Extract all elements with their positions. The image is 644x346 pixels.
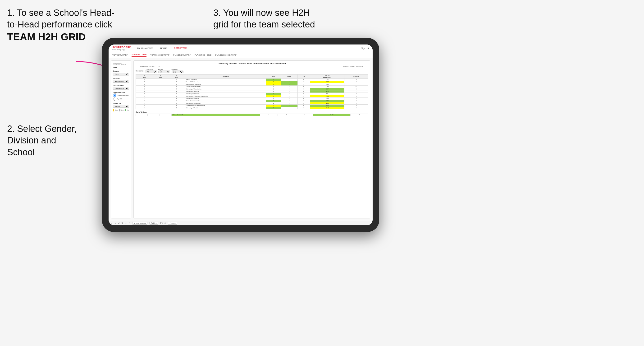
table-row: 123University of Virginia1002.333 <box>136 97 368 100</box>
table-row: 62Florida State University1201.8312 <box>136 85 368 88</box>
sidebar-gender-section: Gender Men's <box>113 70 129 75</box>
subnav-player-summary[interactable]: PLAYER SUMMARY <box>173 53 191 57</box>
sidebar-opponent-view-section: Opponent View Opponents Played Top 100 <box>113 92 129 101</box>
table-row: 154Georgia Institute of Technology0504.5… <box>136 104 368 107</box>
table-row: 82University of Washington1003.673 <box>136 88 368 90</box>
table-header-row: #Rank #Reg #Conf Opponent Win Loss Tie D… <box>136 74 368 78</box>
color-legend: Down Level Up <box>113 109 129 112</box>
subnav-team-summary[interactable]: TEAM SUMMARY <box>112 53 128 57</box>
grid-area: University of North Carolina Head-to-Hea… <box>134 60 370 218</box>
table-row: 32Vanderbilt University040-2.298 <box>136 81 368 83</box>
sign-out[interactable]: Sign out <box>361 47 369 49</box>
col-diff: Diff AvStrokes/Rnd <box>310 74 344 78</box>
tablet-frame: SCOREBOARD Powered by clippi TOURNAMENTS… <box>102 38 379 232</box>
annotation-2: 2. Select Gender, Division and School <box>7 123 100 158</box>
col-loss: Loss <box>281 74 298 78</box>
color-dot-down <box>113 109 114 112</box>
radio-opponents-played[interactable]: Opponents Played <box>113 94 129 97</box>
main-content: Last Updated: 27/03/2024 16:55:38 Team G… <box>108 58 372 221</box>
refresh-icon[interactable]: ↺ <box>118 222 120 224</box>
sidebar-colour-section: Colour by Win/loss Down Level Up <box>113 102 129 112</box>
sidebar-school-section: School (Rank) 1. University of Nort... <box>113 84 129 90</box>
table-row: 116University of Arkansas, Fayetteville0… <box>136 95 368 97</box>
sidebar-team-section: Team <box>113 67 129 68</box>
out-div-diff: 26.00 <box>313 114 350 116</box>
h2h-table: #Rank #Reg #Conf Opponent Win Loss Tie D… <box>136 74 368 109</box>
out-div-name: NCAA Division II <box>171 114 260 116</box>
col-rank: #Rank <box>136 74 153 78</box>
out-of-division-table: NCAA Division II 1 0 0 26.00 3 <box>136 114 368 116</box>
grid-title: University of North Carolina Head-to-Hea… <box>136 62 368 65</box>
opponent-view-radios: Opponents Played Top 100 <box>113 94 129 101</box>
conference-filter-select[interactable]: (All) <box>145 71 157 73</box>
nav-teams[interactable]: TEAMS <box>159 47 168 50</box>
opponent-filter-select[interactable]: (All) <box>172 71 184 73</box>
view-icon: 👁 <box>134 222 135 224</box>
watch-btn[interactable]: Watch ▾ <box>149 222 158 225</box>
col-tie: Tie <box>298 74 310 78</box>
cut-icon[interactable]: ✂ <box>125 222 126 224</box>
nav-committee[interactable]: COMMITTEE <box>173 46 188 50</box>
subnav-team-h2h-grid[interactable]: TEAM H2H GRID <box>132 53 146 57</box>
table-row: 142University of Oklahoma120-1.009 <box>136 102 368 104</box>
undo-icon[interactable]: ↩ <box>111 222 112 224</box>
col-opponent: Opponent <box>185 74 266 78</box>
grid-records: Overall Record: 89 - 17 - 0 Division Rec… <box>136 66 368 67</box>
filter-conference: Conference (All) <box>145 69 157 73</box>
subnav-player-h2h-heatmap[interactable]: PLAYER H2H HEATMAP <box>215 53 236 57</box>
bottom-toolbar: ↩ ↪ ↺ ⧉ ✂ ⏱ 👁 View: Original Watch ▾ 💬 ⊞… <box>108 221 372 225</box>
sidebar: Last Updated: 27/03/2024 16:55:38 Team G… <box>111 60 131 218</box>
table-row: 41Arizona State University0512.29 <box>136 83 368 85</box>
table-row: 131Texas Tech University3005.569 <box>136 100 368 102</box>
filter-row: Opponents: Conference (All) Region (All) <box>136 69 368 73</box>
region-filter-select[interactable]: (All) <box>158 71 170 73</box>
team-label: Team <box>113 67 129 68</box>
sub-nav: TEAM SUMMARY TEAM H2H GRID TEAM H2H HEAT… <box>108 52 372 58</box>
clock-icon[interactable]: ⏱ <box>128 222 130 224</box>
opponent-view-label: Opponent View <box>113 92 129 93</box>
logo: SCOREBOARD Powered by clippi <box>112 46 131 51</box>
colour-by-select[interactable]: Win/loss <box>113 105 129 108</box>
table-row: 93University of Arizona1009.002 <box>136 90 368 93</box>
layout-icon[interactable]: ⊞ <box>164 222 166 224</box>
col-rounds: Rounds <box>344 74 368 78</box>
color-dot-level <box>119 109 120 112</box>
division-select[interactable]: NCAA Division I <box>113 80 129 83</box>
filter-region: Region (All) <box>158 69 170 73</box>
out-of-division-row: NCAA Division II 1 0 0 26.00 3 <box>136 114 368 116</box>
redo-icon[interactable]: ↪ <box>114 222 116 224</box>
top-nav: SCOREBOARD Powered by clippi TOURNAMENTS… <box>108 44 372 52</box>
comment-icon[interactable]: 💬 <box>160 222 162 224</box>
table-row: 105University of Alabama3002.618 <box>136 93 368 95</box>
col-reg: #Reg <box>153 74 168 78</box>
gender-select[interactable]: Men's <box>113 73 129 75</box>
tablet-screen: SCOREBOARD Powered by clippi TOURNAMENTS… <box>108 44 372 225</box>
table-row: 21Auburn University2101.679 <box>136 78 368 81</box>
subnav-player-h2h-grid[interactable]: PLAYER H2H GRID <box>194 53 212 57</box>
share-icon: ↗ <box>170 222 171 224</box>
copy-icon[interactable]: ⧉ <box>122 222 123 224</box>
colour-by-label: Colour by <box>113 102 129 104</box>
out-div-loss: 0 <box>278 114 295 116</box>
col-conf: #Conf <box>168 74 185 78</box>
school-label: School (Rank) <box>113 84 129 86</box>
sidebar-division-section: Division NCAA Division I <box>113 77 129 83</box>
radio-top-100[interactable]: Top 100 <box>113 98 129 101</box>
school-select[interactable]: 1. University of Nort... <box>113 87 129 90</box>
sidebar-timestamp: Last Updated: 27/03/2024 16:55:38 <box>113 62 129 65</box>
out-div-win: 1 <box>260 114 278 116</box>
filter-opponent: Opponent (All) <box>172 69 184 73</box>
out-div-tie: 0 <box>295 114 313 116</box>
out-of-division-label: Out of division <box>136 111 368 113</box>
out-div-rounds: 3 <box>350 114 368 116</box>
annotation-1: 1. To see a School's Head- to-Head perfo… <box>7 7 121 43</box>
nav-tournaments[interactable]: TOURNAMENTS <box>136 47 154 50</box>
division-label: Division <box>113 77 129 79</box>
view-original-btn[interactable]: 👁 View: Original <box>132 222 148 225</box>
gender-label: Gender <box>113 70 129 72</box>
color-dot-up <box>126 109 126 112</box>
col-win: Win <box>266 74 281 78</box>
subnav-team-h2h-heatmap[interactable]: TEAM H2H HEATMAP <box>150 53 170 57</box>
table-row: 163University of Florida310-6.429 <box>136 107 368 109</box>
share-btn[interactable]: ↗ Share <box>168 222 177 225</box>
